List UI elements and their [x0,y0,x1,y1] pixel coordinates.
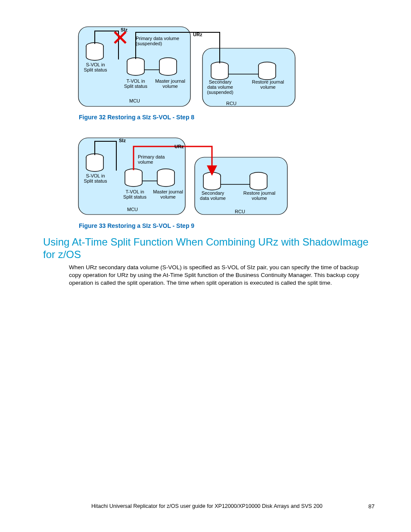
section-heading: Using At-Time Split Function When Combin… [43,236,375,261]
label-svol: S-VOL inSplit status [84,62,107,72]
figure-32-caption: Figure 32 Restoring a SIz S-VOL - Step 8 [79,114,194,121]
label-urz: URz [174,144,184,149]
label-mcu: MCU [129,98,140,103]
label-svol: S-VOL inSplit status [84,173,107,184]
figure-32-diagram: SIz URz S-VOL inSplit status T-VOL inSpl… [78,22,302,109]
label-pdv: Primary datavolume [138,154,172,165]
label-tvol: T-VOL inSplit status [120,189,150,199]
label-tvol: T-VOL inSplit status [119,78,153,89]
label-siz: SIz [119,138,126,143]
figure-33-caption: Figure 33 Restoring a SIz S-VOL - Step 9 [79,222,194,229]
label-rjv: Restore journalvolume [250,79,286,90]
label-mcu: MCU [127,207,138,212]
label-sdv: Secondarydata volume [198,190,227,201]
label-rjv: Restore journalvolume [241,190,277,201]
body-paragraph: When URz secondary data volume (S-VOL) i… [69,264,371,287]
figure-33-diagram: SIz URz S-VOL inSplit status T-VOL inSpl… [78,134,293,218]
label-rcu: RCU [235,209,245,214]
label-mjv: Master journalvolume [153,78,187,89]
label-pdv: Primary data volume(suspended) [136,36,183,46]
label-mjv: Master journalvolume [151,189,185,199]
label-siz: SIz [121,27,128,32]
label-sdv: Secondarydata volume(suspended) [205,79,235,95]
page-number: 87 [368,503,374,510]
label-urz: URz [193,32,202,37]
footer-text: Hitachi Universal Replicator for z/OS us… [91,503,322,509]
label-rcu: RCU [226,101,237,106]
